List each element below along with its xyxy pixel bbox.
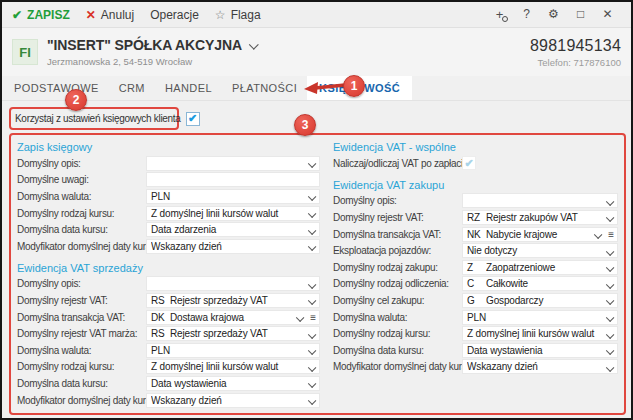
checkbox-disabled[interactable]: ✔ [462, 156, 476, 170]
field-value: Z domyślnej linii kursów walut [467, 328, 606, 339]
cancel-button[interactable]: ✕ Anuluj [86, 8, 134, 22]
chevron-down-icon[interactable] [249, 39, 259, 49]
chevron-down-icon [307, 297, 315, 305]
chevron-down-icon [605, 198, 613, 206]
field-value: PLN [151, 345, 182, 356]
field-row: Domyślna waluta:PLN [17, 188, 320, 205]
field-label: Domyślna data kursu: [17, 378, 146, 389]
chevron-down-icon [593, 231, 601, 239]
field-select[interactable]: Data wystawienia [462, 343, 618, 358]
cancel-x-icon: ✕ [86, 9, 96, 21]
chevron-down-icon [307, 210, 315, 218]
field-value: Dostawa krajowa [170, 312, 256, 323]
field-select[interactable]: Z domyślnej linii kursów walut [146, 359, 320, 374]
client-settings-checkbox[interactable]: ✔ [186, 112, 200, 126]
chevron-down-icon [605, 297, 613, 305]
field-text[interactable] [146, 172, 320, 187]
field-select[interactable] [146, 276, 320, 291]
field-row: Modyfikator domyślnej daty kursu:Wskazan… [333, 359, 618, 376]
field-label: Modyfikator domyślnej daty kursu: [17, 241, 146, 252]
field-select[interactable]: Nie dotyczy [462, 243, 618, 258]
field-row: Domyślny rodzaj odliczenia:CCałkowite [333, 276, 618, 293]
field-select[interactable]: RSRejestr sprzedaży VAT [146, 293, 320, 308]
client-settings-checkbox-label: Korzystaj z ustawień księgowych klienta [15, 113, 181, 124]
field-row: Domyślny opis: [17, 276, 320, 293]
field-row: Domyślny cel zakupu:GGospodarczy [333, 292, 618, 309]
chevron-down-icon [307, 193, 315, 201]
field-select[interactable]: Wskazany dzień [146, 239, 320, 254]
tab-platnosci[interactable]: PŁATNOŚCI [222, 76, 307, 100]
settings-gear-icon[interactable]: ⚙ [540, 2, 567, 27]
chevron-down-icon [307, 227, 315, 235]
field-select-menu[interactable]: NKNabycie krajowe≡ [462, 227, 618, 242]
star-icon: ☆ [215, 9, 226, 21]
field-select[interactable]: Wskazany dzień [146, 393, 320, 408]
section-title: Ewidencja VAT zakupu [333, 177, 618, 193]
tab-handel[interactable]: HANDEL [155, 76, 222, 100]
section: Ewidencja VAT zakupuDomyślny opis:Domyśl… [333, 177, 618, 376]
field-row: Modyfikator domyślnej daty kursu:Wskazan… [17, 392, 320, 409]
field-row: Domyślna transakcja VAT:DKDostawa krajow… [17, 309, 320, 326]
company-title: "INSERT" SPÓŁKA AKCYJNA [47, 37, 242, 53]
field-value: Wskazany dzień [467, 361, 550, 372]
field-select[interactable]: CCałkowite [462, 276, 618, 291]
field-select[interactable]: GGospodarczy [462, 293, 618, 308]
field-row: Domyślny rodzaj kursu:Z domyślnej linii … [17, 359, 320, 376]
field-select[interactable]: ZZaopatrzeniowe [462, 260, 618, 275]
section-title: Ewidencja VAT sprzedaży [17, 260, 320, 276]
help-icon[interactable]: ? [513, 2, 540, 27]
field-value: Z domyślnej linii kursów walut [151, 208, 290, 219]
field-value: PLN [151, 191, 182, 202]
field-row: Domyślna transakcja VAT:NKNabycie krajow… [333, 226, 618, 243]
field-label: Eksploatacja pojazdów: [333, 245, 462, 256]
field-select-menu[interactable]: DKDostawa krajowa≡ [146, 310, 320, 325]
chevron-down-icon [307, 243, 315, 251]
field-row: Eksploatacja pojazdów:Nie dotyczy [333, 242, 618, 259]
field-value: PLN [467, 312, 498, 323]
client-settings-checkbox-row: Korzystaj z ustawień księgowych klienta … [9, 107, 179, 130]
field-select[interactable]: RZRejestr zakupów VAT [462, 210, 618, 225]
field-value: Zaopatrzeniowe [486, 262, 567, 273]
check-icon: ✔ [12, 9, 22, 21]
field-label: Domyślny rejestr VAT: [17, 295, 146, 306]
field-select[interactable] [462, 193, 618, 208]
chevron-down-icon [605, 264, 613, 272]
chevron-down-icon [307, 160, 315, 168]
field-value: Data zdarzenia [151, 224, 228, 235]
chevron-down-icon [605, 314, 613, 322]
field-value: Gospodarczy [486, 295, 555, 306]
field-row: Domyślny opis: [17, 155, 320, 172]
field-select[interactable]: PLN [146, 189, 320, 204]
chevron-down-icon [605, 248, 613, 256]
save-button[interactable]: ✔ ZAPISZ [12, 8, 70, 22]
field-value: Rejestr sprzedaży VAT [170, 328, 280, 339]
annotation-step-3: 3 [294, 114, 316, 136]
field-value: Data wystawienia [151, 378, 238, 389]
operations-menu-button[interactable]: Operacje [150, 8, 199, 22]
flag-button[interactable]: ☆ Flaga [215, 8, 261, 22]
field-select[interactable]: Z domyślnej linii kursów walut [462, 326, 618, 341]
field-select[interactable]: Z domyślnej linii kursów walut [146, 206, 320, 221]
tab-crm[interactable]: CRM [109, 76, 155, 100]
close-icon[interactable]: ✕ [594, 2, 621, 27]
field-label: Domyślny rodzaj odliczenia: [333, 278, 462, 289]
field-select[interactable]: PLN [146, 343, 320, 358]
field-row: Modyfikator domyślnej daty kursu:Wskazan… [17, 238, 320, 255]
field-select[interactable]: Data wystawienia [146, 376, 320, 391]
field-select[interactable]: Data zdarzenia [146, 222, 320, 237]
field-select[interactable] [146, 156, 320, 171]
field-label: Domyślny opis: [17, 278, 146, 289]
field-row: Domyślny rodzaj kursu:Z domyślnej linii … [333, 325, 618, 342]
field-row: Domyślna waluta:PLN [333, 309, 618, 326]
record-header: FI "INSERT" SPÓŁKA AKCYJNA Jerzmanowska … [2, 28, 631, 76]
field-label: Domyślna waluta: [17, 191, 146, 202]
tab-podstawowe[interactable]: PODSTAWOWE [14, 76, 109, 100]
field-select[interactable]: RSRejestr sprzedaży VAT [146, 326, 320, 341]
tax-id: 8981945134 [530, 37, 621, 55]
chevron-down-icon [605, 364, 613, 372]
field-select[interactable]: Wskazany dzień [462, 359, 618, 374]
pin-new-window-icon[interactable]: + [486, 2, 513, 27]
maximize-icon[interactable]: □ [567, 2, 594, 27]
field-select[interactable]: PLN [462, 310, 618, 325]
field-label: Domyślny rodzaj kursu: [17, 208, 146, 219]
